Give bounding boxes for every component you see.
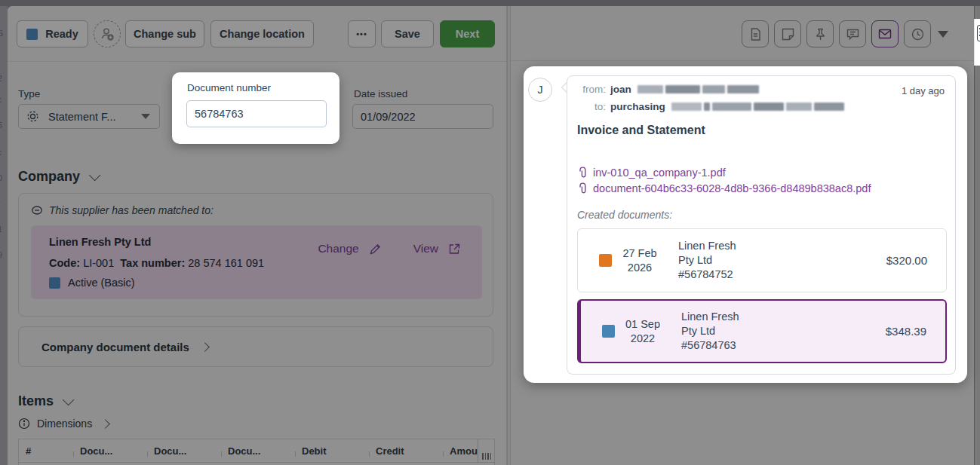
doc-title: Linen Fresh Pty Ltd #56784763 (681, 310, 739, 353)
email-from-row: from: joan (577, 84, 759, 95)
doc-date: 27 Feb 2026 (616, 246, 663, 275)
list-icon (977, 25, 980, 41)
doc-status-square (602, 325, 615, 338)
doc-title: Linen Fresh Pty Ltd #56784752 (678, 239, 736, 282)
cutoff-panel-icon (974, 19, 980, 66)
app-window: S2 c5 c0 r1 9 Ready (0, 0, 980, 465)
document-number-label: Document number (187, 82, 271, 93)
email-content: from: joan to: purchasing 1 day ago Invo… (567, 75, 956, 375)
paperclip-icon (577, 182, 588, 194)
doc-status-square (599, 254, 612, 267)
doc-amount: $348.39 (886, 325, 926, 338)
document-number-input[interactable] (186, 100, 327, 127)
email-card: J from: joan to: purchasing 1 day (524, 66, 967, 383)
redacted-text (671, 102, 844, 111)
attachment-link[interactable]: inv-010_qa_company-1.pdf (577, 166, 871, 179)
doc-date: 01 Sep 2022 (619, 317, 666, 346)
email-to-row: to: purchasing (577, 101, 844, 112)
doc-amount: $320.00 (886, 254, 927, 267)
email-timestamp: 1 day ago (902, 85, 945, 96)
email-subject: Invoice and Statement (577, 124, 705, 137)
attachment-link[interactable]: document-604b6c33-6028-4d8b-9366-d8489b8… (577, 182, 871, 194)
attachments-list: inv-010_qa_company-1.pdf document-604b6c… (577, 166, 871, 194)
redacted-text (637, 85, 759, 93)
paperclip-icon (577, 166, 588, 179)
created-documents-label: Created documents: (577, 209, 672, 221)
document-number-spotlight-card: Document number (172, 72, 339, 144)
avatar: J (528, 78, 552, 102)
created-document-card[interactable]: 27 Feb 2026 Linen Fresh Pty Ltd #5678475… (577, 228, 947, 292)
created-document-card-selected[interactable]: 01 Sep 2022 Linen Fresh Pty Ltd #5678476… (577, 299, 947, 363)
